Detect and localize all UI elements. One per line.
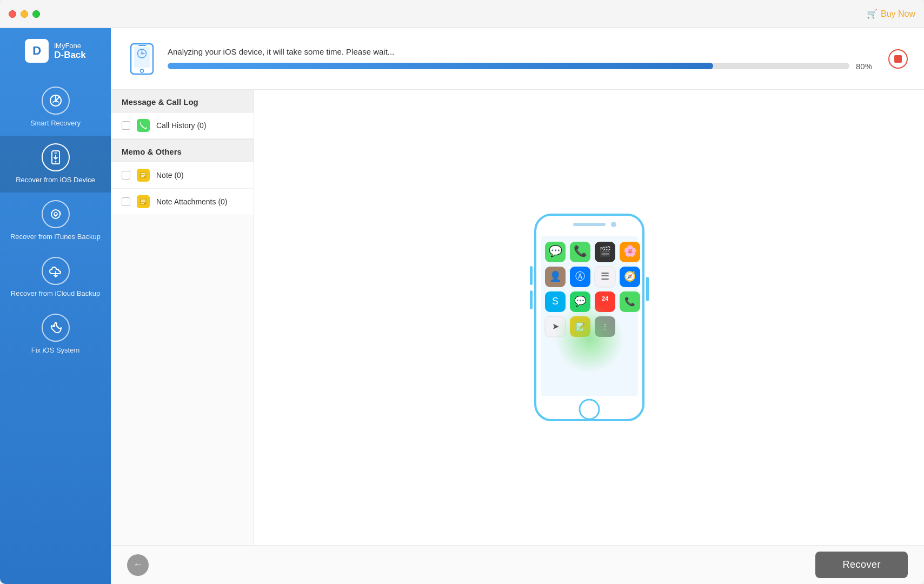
list-item-note[interactable]: Note (0) [111,162,254,189]
svg-text:Ⓐ: Ⓐ [575,271,585,282]
svg-text:💬: 💬 [574,295,587,307]
svg-text:📝: 📝 [575,322,585,331]
progress-status-text: Analyzing your iOS device, it will take … [168,47,878,56]
svg-text:➤: ➤ [551,322,559,331]
sidebar-item-recover-ios[interactable]: Recover from iOS Device [0,136,111,193]
svg-text:24: 24 [601,295,608,302]
svg-rect-28 [646,277,649,301]
traffic-lights [9,10,40,18]
svg-point-23 [611,222,616,227]
svg-text:🧭: 🧭 [624,270,636,282]
stop-icon [894,55,902,63]
close-button[interactable] [9,10,16,18]
list-item-note-attachments[interactable]: Note Attachments (0) [111,189,254,215]
svg-text:⋮: ⋮ [601,322,609,331]
svg-text:S: S [551,296,558,307]
title-bar: 🛒 Buy Now [0,0,924,28]
svg-rect-49 [595,291,615,312]
checkbox-call-history[interactable] [122,121,130,130]
recover-ios-icon [42,143,70,171]
note-attachments-icon [137,195,150,208]
list-item-call-history[interactable]: Call History (0) [111,112,254,139]
svg-text:💬: 💬 [548,244,562,257]
buy-now-button[interactable]: 🛒 Buy Now [867,9,915,19]
svg-text:📞: 📞 [573,244,587,257]
iphone-preview: 💬 📞 🎬 🌸 [530,212,649,423]
sidebar-label-recover-icloud: Recover from iCloud Backup [11,289,100,298]
preview-area: 💬 📞 🎬 🌸 [254,90,924,545]
smart-recovery-icon [42,87,70,115]
sidebar-item-smart-recovery[interactable]: Smart Recovery [0,79,111,136]
maximize-button[interactable] [32,10,40,18]
recover-icloud-icon [42,257,70,285]
category-memo-others: Memo & Others [111,139,254,162]
content-area: Analyzing your iOS device, it will take … [111,28,924,584]
svg-text:👤: 👤 [549,270,562,282]
call-history-label: Call History (0) [156,121,207,130]
device-icon [127,41,157,76]
cart-icon: 🛒 [867,9,878,19]
svg-point-5 [53,325,55,327]
logo-icon: D [25,39,49,63]
iphone-svg: 💬 📞 🎬 🌸 [530,212,649,423]
file-type-panel: Message & Call Log Call History (0) Memo… [111,90,254,545]
logo-text: iMyFone D-Back [54,42,86,61]
note-label: Note (0) [156,171,184,180]
minimize-button[interactable] [21,10,28,18]
sidebar-item-fix-ios[interactable]: Fix iOS System [0,306,111,363]
logo-area: D iMyFone D-Back [14,39,97,63]
sidebar-label-fix-ios: Fix iOS System [31,346,80,355]
buy-now-label: Buy Now [881,9,915,19]
progress-percent-label: 80% [856,62,878,71]
middle-section: Message & Call Log Call History (0) Memo… [111,90,924,545]
back-arrow-icon: ← [133,559,143,570]
svg-rect-9 [138,45,145,46]
note-attachments-label: Note Attachments (0) [156,197,228,206]
sidebar-item-recover-icloud[interactable]: Recover from iCloud Backup [0,249,111,306]
note-icon [137,169,150,182]
sidebar-label-smart-recovery: Smart Recovery [30,119,81,128]
svg-text:📞: 📞 [624,296,635,307]
svg-point-2 [55,161,56,162]
recover-itunes-icon [42,200,70,228]
sidebar-label-recover-ios: Recover from iOS Device [16,176,95,185]
progress-bar-container: 80% [168,62,878,71]
sidebar-label-recover-itunes: Recover from iTunes Backup [10,233,101,242]
progress-area: Analyzing your iOS device, it will take … [111,28,924,90]
svg-text:🌸: 🌸 [623,244,636,257]
svg-text:🎬: 🎬 [599,245,611,257]
recover-button[interactable]: Recover [815,552,908,578]
main-layout: D iMyFone D-Back Smart Recovery [0,28,924,584]
sidebar-item-recover-itunes[interactable]: Recover from iTunes Backup [0,193,111,249]
checkbox-note-attachments[interactable] [122,197,130,206]
call-history-icon [137,119,150,132]
back-button[interactable]: ← [127,554,149,576]
app-window: 🛒 Buy Now D iMyFone D-Back [0,0,924,584]
fix-ios-icon [42,314,70,342]
category-message-call-log: Message & Call Log [111,90,254,112]
stop-button[interactable] [888,49,908,69]
bottom-bar: ← Recover [111,545,924,584]
checkbox-note[interactable] [122,171,130,180]
svg-text:☰: ☰ [601,271,609,282]
progress-info: Analyzing your iOS device, it will take … [168,47,878,71]
svg-rect-26 [530,266,533,285]
svg-point-10 [145,45,147,46]
progress-bar-background [168,63,849,69]
sidebar: D iMyFone D-Back Smart Recovery [0,28,111,584]
svg-rect-22 [573,223,606,226]
progress-bar-fill [168,63,713,69]
logo-dback: D-Back [54,50,86,61]
logo-imyfone: iMyFone [54,42,86,50]
svg-rect-27 [530,290,533,309]
